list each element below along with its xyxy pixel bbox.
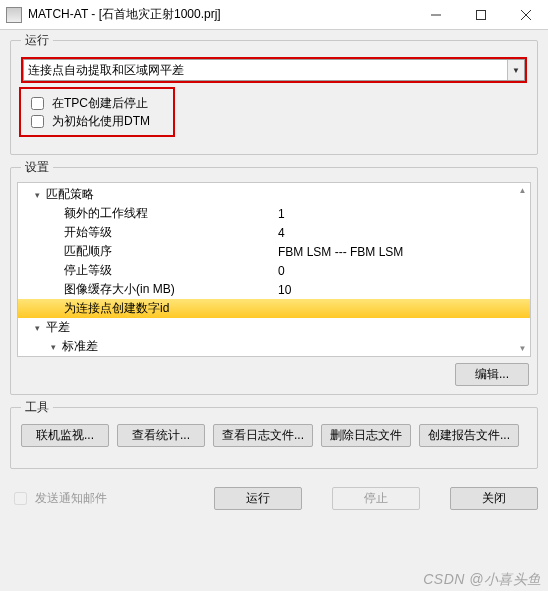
triangle-down-icon[interactable] (48, 341, 59, 352)
chevron-down-icon: ▼ (507, 60, 524, 80)
run-mode-combo[interactable]: 连接点自动提取和区域网平差 ▼ (23, 59, 525, 81)
tree-row-gnss[interactable]: GNSS 0.100 0.100 0.100 (18, 356, 530, 357)
create-report-button[interactable]: 创建报告文件... (419, 424, 519, 447)
view-log-button[interactable]: 查看日志文件... (213, 424, 313, 447)
tree-row-cache[interactable]: 图像缓存大小(in MB) 10 (18, 280, 530, 299)
tools-group: 工具 联机监视... 查看统计... 查看日志文件... 删除日志文件 创建报告… (10, 407, 538, 469)
send-mail-input (14, 492, 27, 505)
tools-group-title: 工具 (21, 399, 53, 416)
settings-group: 设置 匹配策略 额外的工作线程 1 开始等级 4 (10, 167, 538, 395)
run-group: 运行 连接点自动提取和区域网平差 ▼ 在TPC创建后停止 为初始化使用DTM (10, 40, 538, 155)
stop-after-tpc-input[interactable] (31, 97, 44, 110)
run-button[interactable]: 运行 (214, 487, 302, 510)
footer: 发送通知邮件 运行 停止 关闭 (10, 481, 538, 510)
tree-row-stoplevel[interactable]: 停止等级 0 (18, 261, 530, 280)
tree-row-digital-id[interactable]: 为连接点创建数字id (18, 299, 530, 318)
send-mail-checkbox: 发送通知邮件 (10, 489, 107, 508)
use-dtm-label: 为初始化使用DTM (52, 113, 150, 130)
use-dtm-checkbox[interactable]: 为初始化使用DTM (27, 112, 167, 130)
close-footer-button[interactable]: 关闭 (450, 487, 538, 510)
tree-node-match[interactable]: 匹配策略 (18, 185, 530, 204)
minimize-button[interactable] (413, 0, 458, 30)
settings-group-title: 设置 (21, 159, 53, 176)
tree-inner: 匹配策略 额外的工作线程 1 开始等级 4 匹配顺序 FBM LSM --- F… (18, 183, 530, 357)
tree-row-threads[interactable]: 额外的工作线程 1 (18, 204, 530, 223)
scroll-up-icon[interactable]: ▲ (517, 185, 528, 196)
stop-after-tpc-checkbox[interactable]: 在TPC创建后停止 (27, 94, 167, 112)
triangle-down-icon[interactable] (32, 189, 43, 200)
tree-scrollbar[interactable]: ▲ ▼ (517, 185, 528, 354)
tree-row-matchorder[interactable]: 匹配顺序 FBM LSM --- FBM LSM (18, 242, 530, 261)
stop-button: 停止 (332, 487, 420, 510)
maximize-button[interactable] (458, 0, 503, 30)
use-dtm-input[interactable] (31, 115, 44, 128)
view-stats-button[interactable]: 查看统计... (117, 424, 205, 447)
tree-node-adjust[interactable]: 平差 (18, 318, 530, 337)
delete-log-button[interactable]: 删除日志文件 (321, 424, 411, 447)
window-title: MATCH-AT - [石首地灾正射1000.prj] (28, 6, 413, 23)
close-button[interactable] (503, 0, 548, 30)
run-group-title: 运行 (21, 32, 53, 49)
scroll-down-icon[interactable]: ▼ (517, 343, 528, 354)
settings-tree[interactable]: 匹配策略 额外的工作线程 1 开始等级 4 匹配顺序 FBM LSM --- F… (17, 182, 531, 357)
tree-node-stdev[interactable]: 标准差 (18, 337, 530, 356)
online-monitor-button[interactable]: 联机监视... (21, 424, 109, 447)
svg-rect-0 (476, 10, 485, 19)
send-mail-label: 发送通知邮件 (35, 490, 107, 507)
tree-row-startlevel[interactable]: 开始等级 4 (18, 223, 530, 242)
edit-button[interactable]: 编辑... (455, 363, 529, 386)
app-icon (6, 7, 22, 23)
triangle-down-icon[interactable] (32, 322, 43, 333)
title-bar: MATCH-AT - [石首地灾正射1000.prj] (0, 0, 548, 30)
stop-after-tpc-label: 在TPC创建后停止 (52, 95, 148, 112)
client-area: 运行 连接点自动提取和区域网平差 ▼ 在TPC创建后停止 为初始化使用DTM 设… (0, 30, 548, 591)
run-mode-highlight: 连接点自动提取和区域网平差 ▼ (23, 59, 525, 81)
run-mode-value: 连接点自动提取和区域网平差 (24, 62, 507, 79)
run-checkboxes-highlight: 在TPC创建后停止 为初始化使用DTM (21, 89, 173, 135)
